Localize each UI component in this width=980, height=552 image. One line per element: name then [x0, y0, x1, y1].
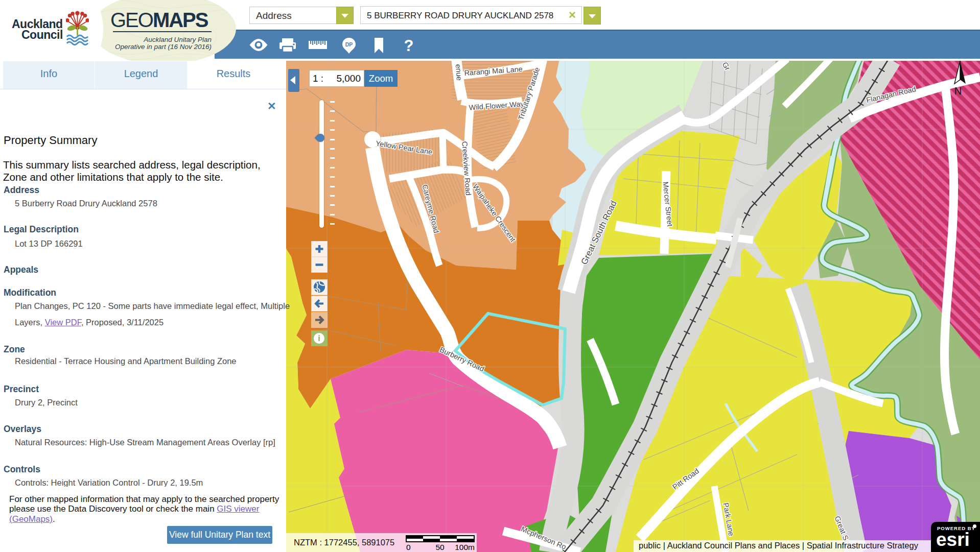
svg-text:enue: enue — [454, 64, 463, 81]
svg-text:GEOMAPS: GEOMAPS — [110, 9, 208, 31]
svg-text:?: ? — [404, 38, 414, 54]
svg-text:Auckland Unitary Plan: Auckland Unitary Plan — [143, 36, 212, 43]
svg-text:DP: DP — [345, 41, 353, 47]
svg-text:50: 50 — [435, 543, 445, 551]
svg-text:100m: 100m — [455, 543, 475, 551]
svg-text:N: N — [954, 85, 962, 97]
svg-text:0: 0 — [406, 543, 411, 551]
svg-text:Operative in part (16 Nov 2016: Operative in part (16 Nov 2016) — [115, 43, 212, 51]
